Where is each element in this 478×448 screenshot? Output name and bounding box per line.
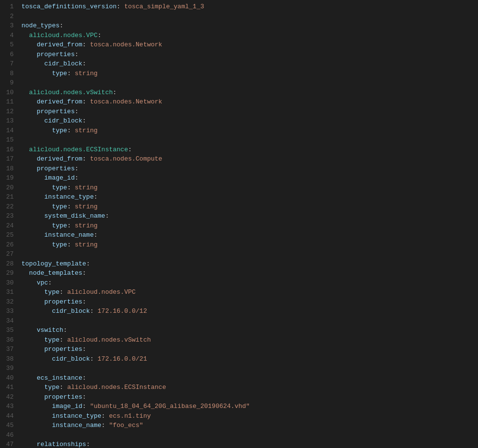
line-number: 29 xyxy=(4,268,14,278)
token: string xyxy=(75,240,98,250)
code-line: type: string xyxy=(20,221,478,231)
token: 172.16.0.0/21 xyxy=(98,354,147,364)
token: node_types xyxy=(21,21,60,31)
code-line: topology_template: xyxy=(20,259,478,269)
code-line: relationships: xyxy=(20,440,478,448)
code-line: node_types: xyxy=(20,21,478,31)
code-line xyxy=(20,135,478,145)
code-line: properties: xyxy=(20,50,478,60)
token: tosca_definitions_version xyxy=(21,2,117,12)
line-number: 31 xyxy=(4,287,14,297)
token: : xyxy=(94,192,98,202)
code-line xyxy=(20,316,478,326)
line-number: 22 xyxy=(4,202,14,212)
token: instance_name xyxy=(21,230,94,240)
code-line: tosca_definitions_version: tosca_simple_… xyxy=(20,2,478,12)
token: "foo_ecs" xyxy=(109,421,143,430)
token: tosca.nodes.Network xyxy=(90,40,162,50)
code-line: instance_type: ecs.n1.tiny xyxy=(20,411,478,421)
code-line: type: alicloud.nodes.VPC xyxy=(20,287,478,297)
line-number: 28 xyxy=(4,259,14,269)
code-editor: 1234567891011121314151617181920212223242… xyxy=(0,0,478,448)
code-line: properties: xyxy=(20,392,478,402)
token: instance_name xyxy=(21,421,101,430)
token: cidr_block xyxy=(21,116,82,126)
token: : xyxy=(86,440,90,448)
token: alicloud.nodes.vSwitch xyxy=(67,335,151,345)
token: alicloud.nodes.ECSInstance xyxy=(67,383,166,392)
token: : xyxy=(82,116,86,126)
code-line: cidr_block: 172.16.0.0/12 xyxy=(20,306,478,316)
code-line: cidr_block: xyxy=(20,116,478,126)
line-number: 32 xyxy=(4,297,14,307)
token: type xyxy=(21,183,67,193)
code-line: vpc: xyxy=(20,278,478,288)
line-number: 34 xyxy=(4,316,14,326)
token: : xyxy=(113,88,117,98)
token: type xyxy=(21,383,60,392)
line-number: 2 xyxy=(4,12,14,21)
code-line: derived_from: tosca.nodes.Network xyxy=(20,97,478,107)
code-content[interactable]: tosca_definitions_version: tosca_simple_… xyxy=(20,0,478,448)
line-number: 33 xyxy=(4,306,14,316)
token: : xyxy=(90,354,98,364)
code-line xyxy=(20,78,478,88)
token: string xyxy=(75,126,98,136)
token: vswitch xyxy=(21,326,63,335)
token: : xyxy=(60,383,67,392)
token: type xyxy=(21,126,67,136)
token: : xyxy=(82,373,86,383)
token: derived_from xyxy=(21,97,82,107)
token: string xyxy=(75,221,98,231)
token: properties xyxy=(21,107,75,117)
code-line: type: alicloud.nodes.vSwitch xyxy=(20,335,478,345)
line-number: 45 xyxy=(4,421,14,430)
code-line: image_id: "ubuntu_18_04_64_20G_alibase_2… xyxy=(20,402,478,411)
token: cidr_block xyxy=(21,354,90,364)
token: derived_from xyxy=(21,40,82,50)
token: : xyxy=(82,402,90,411)
line-number: 19 xyxy=(4,173,14,183)
line-number: 43 xyxy=(4,402,14,411)
line-number: 47 xyxy=(4,440,14,448)
token: node_templates xyxy=(21,268,82,278)
code-line: cidr_block: xyxy=(20,59,478,69)
line-number: 42 xyxy=(4,392,14,402)
line-number: 39 xyxy=(4,364,14,373)
token: : xyxy=(60,21,63,31)
line-number: 44 xyxy=(4,411,14,421)
token: properties xyxy=(21,345,82,354)
line-number: 20 xyxy=(4,183,14,193)
token: type xyxy=(21,287,60,297)
token: : xyxy=(86,259,90,269)
token: properties xyxy=(21,50,75,60)
token: topology_template xyxy=(21,259,86,269)
line-number-gutter: 1234567891011121314151617181920212223242… xyxy=(0,0,20,448)
line-number: 8 xyxy=(4,69,14,79)
token: : xyxy=(63,326,67,335)
token: : xyxy=(98,31,101,41)
code-line: node_templates: xyxy=(20,268,478,278)
token: : xyxy=(117,2,124,12)
token: : xyxy=(67,183,75,193)
line-number: 27 xyxy=(4,249,14,259)
token: system_disk_name xyxy=(21,211,105,221)
token: : xyxy=(60,287,67,297)
line-number: 30 xyxy=(4,278,14,288)
line-number: 26 xyxy=(4,240,14,250)
token: : xyxy=(105,211,109,221)
token: relationships xyxy=(21,440,86,448)
token: : xyxy=(67,69,75,79)
code-line: system_disk_name: xyxy=(20,211,478,221)
line-number: 4 xyxy=(4,31,14,41)
line-number: 24 xyxy=(4,221,14,231)
line-number: 21 xyxy=(4,192,14,202)
token: : xyxy=(67,221,75,231)
token: tosca_simple_yaml_1_3 xyxy=(124,2,204,12)
token: tosca.nodes.Compute xyxy=(90,154,162,164)
token: tosca.nodes.Network xyxy=(90,97,162,107)
token: : xyxy=(67,126,75,136)
line-number: 3 xyxy=(4,21,14,31)
code-line: properties: xyxy=(20,164,478,174)
token: instance_type xyxy=(21,411,101,421)
